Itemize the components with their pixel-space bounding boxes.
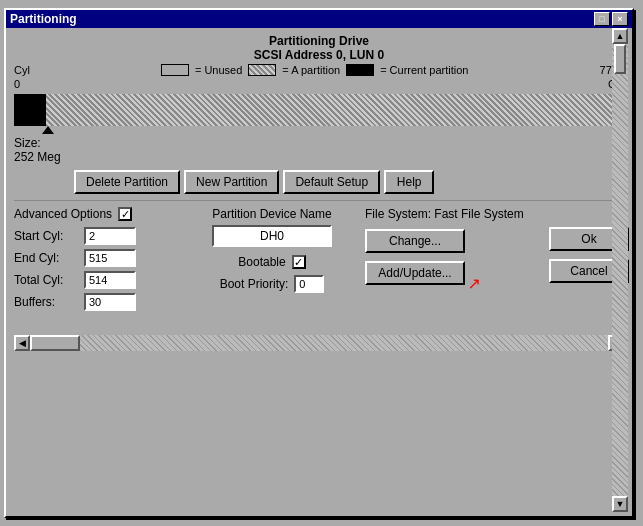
end-cyl-label: End Cyl: [14,251,84,265]
disk-bar-hatched [46,94,624,126]
partition-device-label: Partition Device Name [187,207,357,221]
device-name-input[interactable] [212,225,332,247]
disk-bar [14,94,624,126]
bootable-row: Bootable ✓ [187,255,357,269]
buffers-label: Buffers: [14,295,84,309]
end-cyl-input[interactable] [84,249,136,267]
new-partition-button[interactable]: New Partition [184,170,279,194]
scroll-left-arrow[interactable]: ◀ [14,335,30,351]
add-update-button[interactable]: Add/Update... [365,261,465,285]
legend-current-box [346,64,374,76]
dialog-title: Partitioning Drive SCSI Address 0, LUN 0 [14,34,624,62]
scrollbar-v-thumb[interactable] [614,44,626,74]
right-panel: File System: Fast File System Change... … [365,207,546,315]
title-bar-buttons: □ × [594,12,628,26]
disk-bar-current [14,94,46,126]
default-setup-button[interactable]: Default Setup [283,170,380,194]
legend-unused-box [161,64,189,76]
legend-unused-label: = Unused [195,64,242,76]
help-button[interactable]: Help [384,170,434,194]
filesystem-label: File System: Fast File System [365,207,546,221]
buffers-input[interactable] [84,293,136,311]
end-cyl-row: End Cyl: [14,249,179,267]
header-line1: Partitioning Drive [14,34,624,48]
total-cyl-input[interactable] [84,271,136,289]
title-bar: Partitioning □ × [6,10,632,28]
minimize-button[interactable]: □ [594,12,610,26]
legend-area: = Unused = A partition = Current partiti… [161,64,469,76]
scrollbar-v-track [612,44,628,496]
delete-partition-button[interactable]: Delete Partition [74,170,180,194]
close-button[interactable]: × [612,12,628,26]
main-section: Advanced Options ✓ Start Cyl: End Cyl: T… [14,207,624,315]
scroll-down-arrow[interactable]: ▼ [612,496,628,512]
cyl-left: Cyl [14,64,30,76]
disk-indicator [42,126,54,134]
change-button[interactable]: Change... [365,229,465,253]
main-window: Partitioning □ × Partitioning Drive SCSI… [4,8,634,518]
scrollbar-h-track [80,335,608,351]
total-cyl-row: Total Cyl: [14,271,179,289]
size-value: 252 Meg [14,150,624,164]
divider [14,200,624,201]
boot-priority-label: Boot Priority: [220,277,289,291]
start-cyl-input[interactable] [84,227,136,245]
window-title: Partitioning [10,12,77,26]
start-cyl-label: Start Cyl: [14,229,84,243]
legend-partition-box [248,64,276,76]
boot-priority-row: Boot Priority: [187,275,357,293]
add-update-container: Add/Update... ↖ [365,261,465,285]
bootable-checkbox[interactable]: ✓ [292,255,306,269]
size-section: Size: 252 Meg [14,136,624,164]
buffers-row: Buffers: [14,293,179,311]
scrollbar-v: ▲ ▼ [612,28,628,512]
start-cyl-row: Start Cyl: [14,227,179,245]
cyl-values-row: 0 Cyl [14,78,624,90]
legend-partition-label: = A partition [282,64,340,76]
advanced-options-checkbox[interactable]: ✓ [118,207,132,221]
legend-current-label: = Current partition [380,64,468,76]
boot-priority-input[interactable] [294,275,324,293]
scrollbar-h-thumb[interactable] [30,335,80,351]
size-label: Size: [14,136,624,150]
left-panel: Advanced Options ✓ Start Cyl: End Cyl: T… [14,207,179,315]
bootable-label: Bootable [238,255,285,269]
scroll-up-arrow[interactable]: ▲ [612,28,628,44]
main-buttons-row: Delete Partition New Partition Default S… [14,170,624,194]
window-content: Partitioning Drive SCSI Address 0, LUN 0… [6,28,632,355]
advanced-options-label: Advanced Options [14,207,112,221]
advanced-options-row: Advanced Options ✓ [14,207,179,221]
cursor-icon: ↖ [468,274,481,293]
middle-panel: Partition Device Name Bootable ✓ Boot Pr… [187,207,357,315]
header-line2: SCSI Address 0, LUN 0 [14,48,624,62]
scrollbar-h: ◀ ▶ [14,335,624,351]
cyl-left-value: 0 [14,78,20,90]
cyl-legend-row: Cyl = Unused = A partition = Current par… [14,64,624,76]
total-cyl-label: Total Cyl: [14,273,84,287]
